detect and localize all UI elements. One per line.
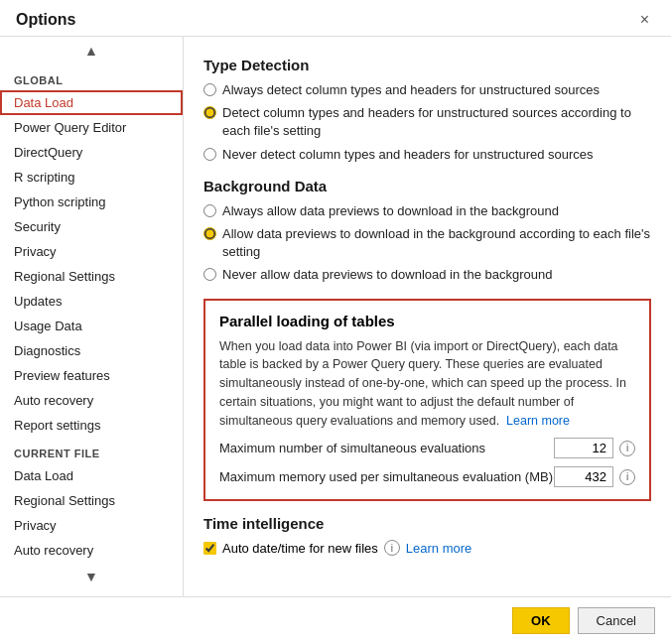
sidebar: ▲ GLOBAL Data Load Power Query Editor Di… bbox=[0, 37, 184, 596]
sidebar-item-r-scripting[interactable]: R scripting bbox=[0, 165, 183, 190]
dialog-header: Options × bbox=[0, 0, 671, 37]
td-label-1: Always detect column types and headers f… bbox=[222, 81, 600, 99]
time-intelligence-section: Time intelligence Auto date/time for new… bbox=[203, 515, 651, 556]
background-data-section: Background Data Always allow data previe… bbox=[203, 178, 651, 285]
parallel-row-1: Maximum number of simultaneous evaluatio… bbox=[219, 438, 635, 458]
scroll-down-btn[interactable]: ▼ bbox=[0, 563, 183, 590]
td-radio-1[interactable] bbox=[203, 83, 216, 96]
close-button[interactable]: × bbox=[634, 10, 655, 30]
sidebar-item-directquery[interactable]: DirectQuery bbox=[0, 140, 183, 165]
sidebar-item-regional-settings[interactable]: Regional Settings bbox=[0, 264, 183, 289]
parallel-eval-info-icon: i bbox=[619, 441, 635, 456]
parallel-row-1-input-wrap: i bbox=[554, 438, 635, 458]
parallel-memory-input[interactable] bbox=[554, 466, 613, 487]
cancel-button[interactable]: Cancel bbox=[578, 607, 655, 634]
sidebar-item-python-scripting[interactable]: Python scripting bbox=[0, 190, 183, 214]
bd-radio-1[interactable] bbox=[203, 204, 216, 217]
dialog-footer: OK Cancel bbox=[0, 596, 671, 644]
sidebar-item-updates[interactable]: Updates bbox=[0, 289, 183, 314]
sidebar-item-cf-data-load[interactable]: Data Load bbox=[0, 463, 183, 488]
current-file-section-header: CURRENT FILE bbox=[0, 438, 183, 463]
parallel-row-2: Maximum memory used per simultaneous eva… bbox=[219, 466, 635, 487]
auto-date-label: Auto date/time for new files bbox=[222, 541, 378, 556]
sidebar-item-security[interactable]: Security bbox=[0, 214, 183, 239]
td-label-3: Never detect column types and headers fo… bbox=[222, 146, 594, 164]
td-option-3: Never detect column types and headers fo… bbox=[203, 146, 651, 164]
type-detection-options: Always detect column types and headers f… bbox=[203, 81, 651, 164]
dialog-body: ▲ GLOBAL Data Load Power Query Editor Di… bbox=[0, 37, 671, 596]
time-intelligence-checkbox-row: Auto date/time for new files i Learn mor… bbox=[203, 540, 651, 556]
td-radio-2[interactable] bbox=[203, 106, 216, 119]
td-radio-3[interactable] bbox=[203, 148, 216, 161]
type-detection-section: Type Detection Always detect column type… bbox=[203, 57, 651, 164]
sidebar-scroll[interactable]: ▲ GLOBAL Data Load Power Query Editor Di… bbox=[0, 37, 183, 596]
sidebar-item-cf-regional-settings[interactable]: Regional Settings bbox=[0, 488, 183, 513]
time-intelligence-learn-more-link[interactable]: Learn more bbox=[406, 541, 471, 556]
type-detection-title: Type Detection bbox=[203, 57, 651, 73]
bd-label-3: Never allow data previews to download in… bbox=[222, 266, 552, 284]
main-content: Type Detection Always detect column type… bbox=[184, 37, 671, 596]
dialog-title: Options bbox=[16, 11, 75, 29]
sidebar-item-usage-data[interactable]: Usage Data bbox=[0, 314, 183, 338]
bd-option-1: Always allow data previews to download i… bbox=[203, 202, 651, 220]
td-option-2: Detect column types and headers for unst… bbox=[203, 104, 651, 140]
options-dialog: Options × ▲ GLOBAL Data Load Power Query… bbox=[0, 0, 671, 644]
global-section-header: GLOBAL bbox=[0, 64, 183, 90]
time-intelligence-title: Time intelligence bbox=[203, 515, 651, 532]
parallel-row-2-input-wrap: i bbox=[554, 466, 635, 487]
parallel-row-2-label: Maximum memory used per simultaneous eva… bbox=[219, 469, 554, 484]
sidebar-item-preview-features[interactable]: Preview features bbox=[0, 363, 183, 388]
bd-radio-3[interactable] bbox=[203, 268, 216, 281]
sidebar-item-privacy[interactable]: Privacy bbox=[0, 239, 183, 264]
parallel-title: Parallel loading of tables bbox=[219, 313, 635, 329]
parallel-learn-more-link[interactable]: Learn more bbox=[506, 414, 570, 428]
td-option-1: Always detect column types and headers f… bbox=[203, 81, 651, 99]
bd-option-2: Allow data previews to download in the b… bbox=[203, 225, 651, 261]
parallel-memory-info-icon: i bbox=[619, 469, 635, 485]
sidebar-item-auto-recovery[interactable]: Auto recovery bbox=[0, 388, 183, 413]
scroll-up-btn[interactable]: ▲ bbox=[0, 37, 183, 64]
bd-radio-2[interactable] bbox=[203, 227, 216, 240]
auto-date-info-icon: i bbox=[384, 540, 400, 556]
sidebar-item-power-query-editor[interactable]: Power Query Editor bbox=[0, 115, 183, 140]
parallel-desc: When you load data into Power BI (via im… bbox=[219, 337, 635, 431]
parallel-eval-input[interactable] bbox=[554, 438, 613, 458]
bd-label-1: Always allow data previews to download i… bbox=[222, 202, 559, 220]
sidebar-item-data-load[interactable]: Data Load bbox=[0, 90, 183, 115]
sidebar-item-report-settings[interactable]: Report settings bbox=[0, 413, 183, 438]
parallel-row-1-label: Maximum number of simultaneous evaluatio… bbox=[219, 441, 554, 455]
sidebar-item-diagnostics[interactable]: Diagnostics bbox=[0, 338, 183, 363]
background-data-options: Always allow data previews to download i… bbox=[203, 202, 651, 285]
main-scroll-area[interactable]: Type Detection Always detect column type… bbox=[184, 37, 671, 596]
background-data-title: Background Data bbox=[203, 178, 651, 194]
td-label-2: Detect column types and headers for unst… bbox=[222, 104, 651, 140]
sidebar-item-cf-privacy[interactable]: Privacy bbox=[0, 513, 183, 538]
parallel-loading-section: Parallel loading of tables When you load… bbox=[203, 299, 651, 502]
bd-option-3: Never allow data previews to download in… bbox=[203, 266, 651, 284]
ok-button[interactable]: OK bbox=[512, 607, 570, 634]
bd-label-2: Allow data previews to download in the b… bbox=[222, 225, 651, 261]
sidebar-item-cf-auto-recovery[interactable]: Auto recovery bbox=[0, 538, 183, 563]
auto-date-checkbox[interactable] bbox=[203, 542, 216, 555]
